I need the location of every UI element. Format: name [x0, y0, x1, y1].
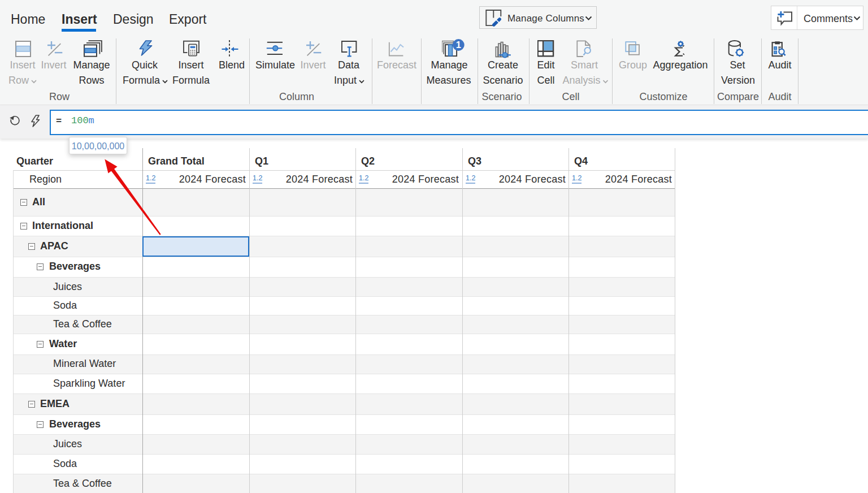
svg-text:1: 1 — [456, 40, 461, 50]
